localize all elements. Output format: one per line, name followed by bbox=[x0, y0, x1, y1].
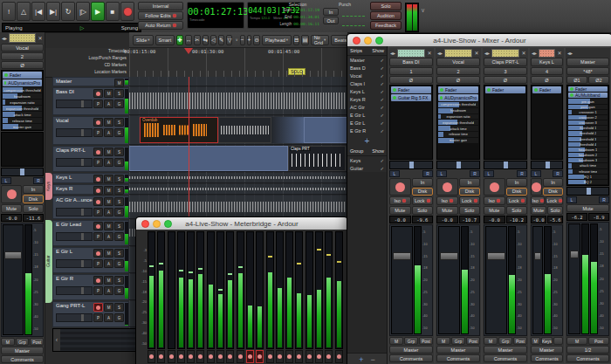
track-gain-slider[interactable] bbox=[56, 100, 93, 108]
track-header[interactable]: Claps PRT-L M S P A G bbox=[52, 146, 129, 172]
fit-selection-button[interactable]: ⊟ bbox=[293, 35, 299, 45]
fader-processor[interactable]: Fader bbox=[438, 86, 478, 93]
channel-record-arm-button[interactable] bbox=[168, 350, 175, 363]
track-header[interactable]: Gang PRT-L M S P A G bbox=[52, 301, 129, 327]
close-icon[interactable]: ✕ bbox=[556, 50, 563, 56]
ruler-name[interactable]: CD Markers bbox=[45, 62, 129, 69]
audition-tool[interactable]: ◁ bbox=[210, 35, 216, 45]
fader-handle[interactable] bbox=[534, 252, 541, 260]
plugin-parameter-control[interactable]: expansion threshold bbox=[438, 120, 478, 125]
track-name[interactable]: E Gtr R bbox=[56, 276, 93, 281]
track-gain-slider[interactable] bbox=[56, 158, 93, 167]
input-monitor-button[interactable]: In bbox=[459, 178, 480, 187]
toolbar-overflow-chevron[interactable]: ∨ bbox=[421, 7, 425, 14]
group-list-item[interactable]: Keys ✓ bbox=[347, 156, 387, 164]
punch-out-button[interactable]: Out bbox=[323, 17, 339, 24]
channel-record-arm-button[interactable] bbox=[306, 350, 313, 363]
track-group-button[interactable]: G bbox=[114, 100, 124, 108]
edit-group-tab[interactable]: Guitar bbox=[45, 220, 52, 303]
fader-processor[interactable]: Fader bbox=[485, 86, 525, 93]
pan-handle[interactable] bbox=[504, 161, 508, 168]
strip-phase-button[interactable]: Ø bbox=[436, 76, 480, 84]
disk-monitor-button[interactable]: Disk bbox=[506, 188, 527, 196]
metering-point-button[interactable]: M bbox=[531, 337, 540, 345]
processor-box[interactable]: Fader bbox=[484, 85, 527, 160]
plugin-parameter-control[interactable]: release time bbox=[568, 169, 608, 174]
track-solo-button[interactable]: S bbox=[114, 197, 124, 206]
track-name[interactable]: Claps PRT-L bbox=[56, 148, 93, 153]
track-record-arm-button[interactable] bbox=[93, 148, 103, 156]
input-monitor-button[interactable]: In bbox=[506, 178, 527, 187]
mixer-titlebar[interactable]: a4-Live-Show - Mixer - Ardour bbox=[347, 34, 611, 47]
go-to-end-button[interactable]: ▶| bbox=[46, 2, 60, 21]
output-button[interactable]: Master bbox=[484, 346, 527, 354]
remove-group-button[interactable]: − bbox=[371, 355, 375, 364]
pan-control[interactable] bbox=[484, 161, 527, 169]
strip-color-bar[interactable] bbox=[491, 49, 519, 58]
ruler-name[interactable]: Loop/Punch Ranges bbox=[45, 55, 129, 62]
track-group-button[interactable]: G bbox=[114, 208, 124, 216]
track-mute-button[interactable]: M bbox=[104, 175, 113, 183]
fader-processor[interactable]: Fader bbox=[391, 86, 431, 93]
midi-panic-button[interactable]: ! bbox=[2, 2, 16, 21]
solo-button[interactable]: Solo bbox=[412, 206, 434, 215]
plugin-parameter-control[interactable]: EQ 2 bbox=[568, 180, 608, 184]
post-button[interactable] bbox=[553, 337, 563, 345]
track-automation-button[interactable]: A bbox=[104, 313, 113, 322]
sync-source-button[interactable]: Internal bbox=[138, 2, 183, 10]
track-record-arm-button[interactable] bbox=[93, 197, 103, 206]
visibility-checkbox[interactable]: ✓ bbox=[380, 97, 384, 102]
track-gain-slider[interactable] bbox=[56, 286, 93, 295]
mute-button[interactable]: Mute bbox=[389, 206, 411, 215]
solo-lock-button[interactable]: Lock bbox=[546, 196, 563, 205]
selection-length-clock[interactable]: 00:00:16:11 bbox=[293, 21, 319, 28]
fader-handle[interactable] bbox=[440, 252, 458, 260]
plugin-parameter-control[interactable]: threshold 4 bbox=[568, 142, 608, 147]
track-gain-slider[interactable] bbox=[56, 208, 93, 216]
smart-mode-button[interactable]: Smart bbox=[155, 35, 175, 45]
output-button[interactable]: Master bbox=[436, 346, 480, 354]
selection-start-clock[interactable]: 00:01:17:19 bbox=[293, 7, 319, 14]
fader-handle[interactable] bbox=[570, 251, 579, 258]
strip-list-item[interactable]: E Gtr L ✓ bbox=[347, 111, 387, 119]
comments-button[interactable]: Comments bbox=[484, 354, 527, 362]
play-button[interactable]: ▶ bbox=[91, 2, 105, 21]
primary-clock[interactable]: 00:01:27:13 Timecode bbox=[187, 2, 244, 29]
track-header[interactable]: E Gtr L M S P A G bbox=[52, 247, 129, 273]
track-playlist-button[interactable]: P bbox=[93, 158, 103, 167]
record-arm-button[interactable] bbox=[484, 178, 505, 196]
track-name[interactable]: Gang PRT-L bbox=[56, 303, 93, 308]
strip-number-button[interactable]: 2 bbox=[1, 52, 44, 60]
processor-box[interactable]: Fader AUDynamicsPro compression threshol… bbox=[436, 85, 480, 160]
strip-name-button[interactable]: Vocal bbox=[436, 58, 480, 66]
processor-box[interactable]: Fader Guitar Rig 5 FX bbox=[389, 85, 433, 160]
track-header[interactable]: Bass DI M S P A G bbox=[52, 87, 129, 115]
track-automation-button[interactable]: A bbox=[104, 286, 113, 295]
plugin-processor[interactable]: Guitar Rig 5 FX bbox=[391, 94, 431, 101]
solo-button[interactable]: Solo bbox=[459, 206, 481, 215]
track-group-button[interactable]: G bbox=[114, 259, 124, 268]
plugin-parameter-control[interactable]: headroom 3 bbox=[568, 158, 608, 162]
visibility-checkbox[interactable]: ✓ bbox=[380, 105, 384, 110]
strip-number-button[interactable]: 2 bbox=[436, 67, 480, 75]
disk-monitor-button[interactable]: Disk bbox=[459, 188, 480, 196]
zoom-focus-dropdown[interactable]: Playhead▾ bbox=[262, 35, 292, 45]
meterbridge-titlebar[interactable]: a4-Live-Show - Meterbridge - Ardour bbox=[136, 217, 347, 230]
processor-active-led[interactable] bbox=[440, 96, 443, 100]
pan-control[interactable] bbox=[531, 161, 563, 169]
ruler-name[interactable]: Timecode bbox=[45, 48, 129, 55]
track-header[interactable]: Vocal M S P A G bbox=[52, 116, 129, 145]
track-name[interactable]: Vocal bbox=[56, 118, 93, 123]
fader-handle[interactable] bbox=[4, 251, 22, 259]
visibility-checkbox[interactable]: ✓ bbox=[380, 81, 384, 86]
record-arm-button[interactable] bbox=[1, 185, 22, 203]
pan-handle[interactable] bbox=[546, 161, 550, 168]
comments-button[interactable]: Comments bbox=[1, 355, 44, 363]
track-header[interactable]: Keys L M S P A G bbox=[52, 173, 129, 183]
strip-number-button[interactable]: 4 bbox=[531, 67, 563, 75]
post-button[interactable]: Post bbox=[466, 337, 480, 345]
track-mute-button[interactable]: M bbox=[104, 186, 113, 195]
track-mute-button[interactable]: M bbox=[104, 303, 113, 312]
gain-fader[interactable] bbox=[438, 226, 460, 334]
range-tool[interactable]: ↔ bbox=[185, 35, 193, 45]
